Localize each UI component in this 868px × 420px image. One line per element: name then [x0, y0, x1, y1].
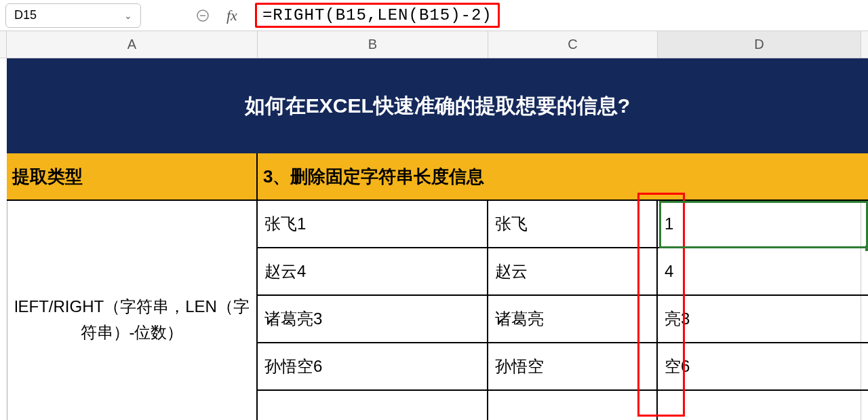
cell-b[interactable]: 孙悟空6 [258, 343, 488, 389]
cell-d[interactable]: 亮3 [658, 296, 861, 342]
cell-d[interactable]: 4 [658, 248, 861, 294]
title-text: 如何在EXCEL快速准确的提取想要的信息? [245, 92, 630, 120]
cell-b[interactable]: 张飞1 [258, 201, 488, 247]
title-row[interactable]: 如何在EXCEL快速准确的提取想要的信息? [7, 58, 868, 153]
cell-c[interactable]: 赵云 [488, 248, 658, 294]
cell-c[interactable] [488, 391, 658, 420]
cell-c[interactable]: 孙悟空 [488, 343, 658, 389]
header-section[interactable]: 3、删除固定字符串长度信息 [258, 153, 868, 199]
data-area: lEFT/RIGHT（字符串，LEN（字符串）-位数） 张飞1 张飞 1 赵云4… [7, 201, 868, 420]
column-headers: A B C D [0, 31, 868, 58]
table-row: 赵云4 赵云 4 [258, 248, 868, 296]
cell-b[interactable]: 赵云4 [258, 248, 488, 294]
name-box[interactable]: D15 ⌄ [5, 3, 141, 28]
section-header-row: 提取类型 3、删除固定字符串长度信息 [7, 153, 868, 201]
col-header-b[interactable]: B [258, 31, 488, 58]
table-row [258, 391, 868, 420]
col-header-c[interactable]: C [488, 31, 658, 58]
cell-c[interactable]: 张飞 [488, 201, 658, 247]
fill-handle[interactable] [865, 246, 868, 251]
spreadsheet-grid[interactable]: 如何在EXCEL快速准确的提取想要的信息? 提取类型 3、删除固定字符串长度信息… [0, 58, 868, 420]
col-header-a[interactable]: A [7, 31, 258, 58]
cancel-icon[interactable] [194, 7, 212, 24]
cell-d[interactable]: 1 [658, 201, 861, 247]
cell-d[interactable]: 空6 [658, 343, 861, 389]
cell-d[interactable] [658, 391, 861, 420]
fx-icon[interactable]: fx [226, 7, 237, 24]
merged-description-cell[interactable]: lEFT/RIGHT（字符串，LEN（字符串）-位数） [7, 201, 258, 420]
cell-c[interactable]: 诸葛亮 [488, 296, 658, 342]
table-row: 张飞1 张飞 1 [258, 201, 868, 248]
table-row: 孙悟空6 孙悟空 空6 [258, 343, 868, 391]
formula-bar: D15 ⌄ fx =RIGHT(B15,LEN(B15)-2) [0, 0, 868, 31]
name-box-value: D15 [14, 8, 37, 22]
col-header-d[interactable]: D [658, 31, 861, 58]
table-row: 诸葛亮3 诸葛亮 亮3 [258, 296, 868, 343]
chevron-down-icon[interactable]: ⌄ [124, 10, 132, 21]
formula-text: =RIGHT(B15,LEN(B15)-2) [255, 3, 500, 28]
header-type[interactable]: 提取类型 [7, 153, 258, 199]
cell-b[interactable] [258, 391, 488, 420]
cell-b[interactable]: 诸葛亮3 [258, 296, 488, 342]
formula-input[interactable]: =RIGHT(B15,LEN(B15)-2) [255, 2, 863, 29]
